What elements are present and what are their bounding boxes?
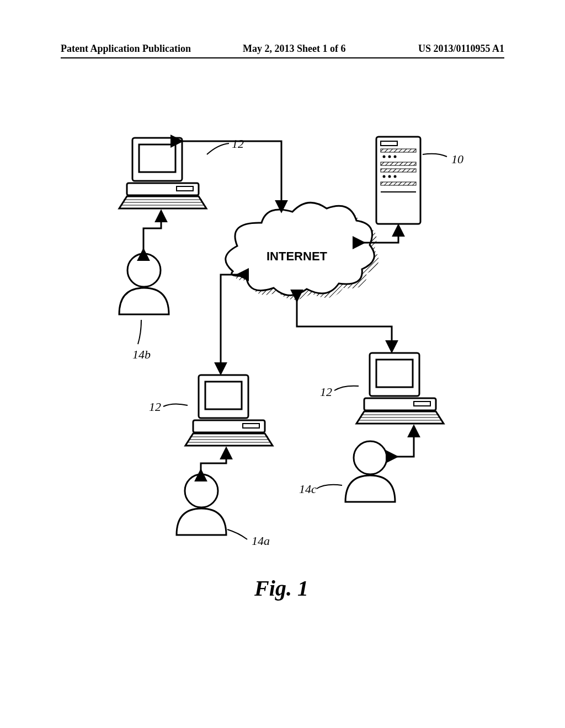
figure-caption: Fig. 1	[83, 575, 480, 601]
refnum-computer-top: 12	[232, 137, 244, 151]
server	[376, 137, 420, 224]
header-middle: May 2, 2013 Sheet 1 of 6	[243, 43, 345, 55]
page-header: Patent Application Publication May 2, 20…	[61, 43, 504, 57]
refnum-user-b: 14b	[132, 347, 151, 361]
figure-1: INTERNET 12 10 14b	[83, 132, 480, 574]
refnum-computer-right: 12	[320, 385, 332, 399]
refnum-computer-mid: 12	[149, 400, 161, 414]
refnum-server: 10	[451, 152, 463, 166]
computer-middle	[185, 375, 273, 446]
page: Patent Application Publication May 2, 20…	[0, 0, 565, 728]
refnum-user-c: 14c	[299, 482, 317, 496]
header-left: Patent Application Publication	[61, 43, 191, 55]
header-rule	[61, 57, 504, 58]
computer-top-left	[119, 138, 206, 208]
user-a	[177, 474, 226, 535]
diagram-svg: INTERNET 12 10 14b	[83, 132, 480, 574]
cloud-label: INTERNET	[266, 249, 328, 263]
internet-cloud: INTERNET	[226, 202, 379, 299]
computer-right	[356, 353, 444, 424]
user-c	[345, 441, 395, 502]
refnum-user-a: 14a	[252, 534, 270, 548]
header-right: US 2013/0110955 A1	[418, 43, 504, 55]
user-b	[119, 254, 169, 314]
